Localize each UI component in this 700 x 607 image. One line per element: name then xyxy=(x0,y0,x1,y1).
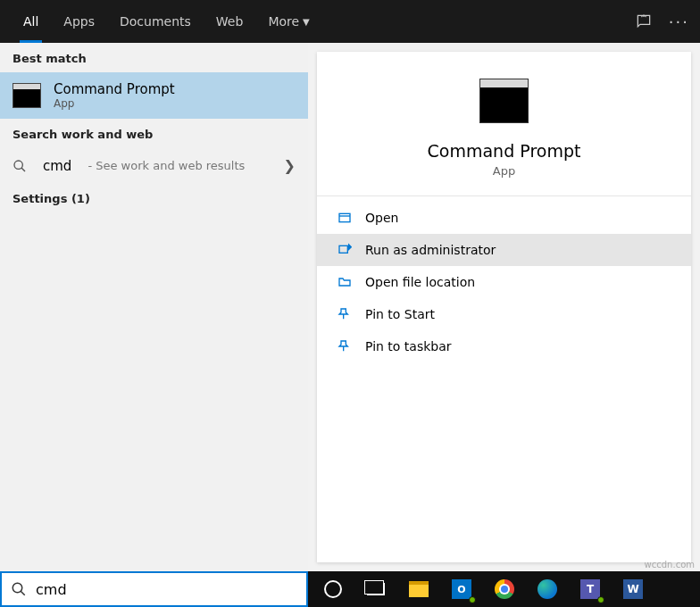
teams-icon: T xyxy=(580,579,600,599)
search-input[interactable] xyxy=(36,581,297,598)
status-badge xyxy=(469,596,476,603)
chevron-right-icon: ❯ xyxy=(284,157,296,174)
action-pintask-label: Pin to taskbar xyxy=(365,339,452,353)
section-best-match: Best match xyxy=(0,43,308,72)
preview-subtitle: App xyxy=(493,164,515,178)
file-explorer-icon xyxy=(409,581,429,597)
feedback-icon[interactable] xyxy=(635,12,653,30)
tab-web[interactable]: Web xyxy=(204,0,256,43)
svg-line-5 xyxy=(21,591,25,595)
shield-icon xyxy=(337,242,353,258)
tab-documents[interactable]: Documents xyxy=(107,0,204,43)
search-icon xyxy=(12,159,30,173)
taskbar-chrome[interactable] xyxy=(485,571,524,607)
action-open-location[interactable]: Open file location xyxy=(317,266,691,298)
result-subtitle: App xyxy=(54,97,175,110)
svg-point-4 xyxy=(12,583,22,593)
command-prompt-icon xyxy=(12,83,41,108)
action-run-as-admin[interactable]: Run as administrator xyxy=(317,234,691,266)
results-list: Best match Command Prompt App Search wor… xyxy=(0,43,308,571)
preview-app-icon xyxy=(479,79,529,123)
search-scope-tabs: All Apps Documents Web More ▼ ··· xyxy=(0,0,700,43)
svg-rect-2 xyxy=(339,213,350,221)
action-runadmin-label: Run as administrator xyxy=(365,243,496,257)
action-openloc-label: Open file location xyxy=(365,275,475,289)
web-query: cmd xyxy=(43,158,71,174)
tab-more[interactable]: More ▼ xyxy=(255,0,321,43)
preview-title: Command Prompt xyxy=(428,141,581,161)
cortana-button[interactable] xyxy=(313,571,353,607)
taskbar-word[interactable]: W xyxy=(613,571,653,607)
chevron-down-icon: ▼ xyxy=(303,17,310,27)
taskbar-explorer[interactable] xyxy=(399,571,438,607)
action-pin-start[interactable]: Pin to Start xyxy=(317,298,691,330)
status-badge xyxy=(597,596,604,603)
svg-point-0 xyxy=(14,161,22,169)
cortana-icon xyxy=(324,580,342,598)
result-command-prompt[interactable]: Command Prompt App xyxy=(0,72,308,119)
task-view-button[interactable] xyxy=(356,571,396,607)
pin-start-icon xyxy=(337,306,353,322)
search-results-panel: Best match Command Prompt App Search wor… xyxy=(0,43,700,571)
action-open[interactable]: Open xyxy=(317,202,691,234)
taskbar-teams[interactable]: T xyxy=(571,571,610,607)
action-pin-taskbar[interactable]: Pin to taskbar xyxy=(317,330,691,362)
web-search-suggestion[interactable]: cmd - See work and web results ❯ xyxy=(0,148,308,183)
taskbar-outlook[interactable]: O xyxy=(442,571,481,607)
tab-all[interactable]: All xyxy=(11,0,51,43)
web-hint: - See work and web results xyxy=(88,159,245,172)
open-icon xyxy=(337,210,353,226)
search-bar[interactable] xyxy=(0,571,308,607)
chrome-icon xyxy=(495,579,514,599)
section-settings[interactable]: Settings (1) xyxy=(0,183,308,212)
svg-line-1 xyxy=(21,168,25,171)
watermark: wccdn.com xyxy=(645,560,695,570)
tab-apps[interactable]: Apps xyxy=(51,0,107,43)
edge-icon xyxy=(538,579,557,599)
search-icon xyxy=(11,581,27,597)
taskbar-edge[interactable] xyxy=(528,571,567,607)
svg-rect-3 xyxy=(339,245,347,253)
pin-taskbar-icon xyxy=(337,338,353,354)
section-search-web: Search work and web xyxy=(0,119,308,148)
tab-more-label: More xyxy=(268,14,299,29)
outlook-icon: O xyxy=(452,579,471,599)
word-icon: W xyxy=(623,579,643,599)
folder-icon xyxy=(337,274,353,290)
result-preview: Command Prompt App Open Run as administr… xyxy=(317,52,691,562)
options-icon[interactable]: ··· xyxy=(669,12,689,31)
action-pinstart-label: Pin to Start xyxy=(365,307,435,321)
task-view-icon xyxy=(367,583,385,595)
action-open-label: Open xyxy=(365,211,398,225)
taskbar: O T W xyxy=(308,571,700,607)
result-title: Command Prompt xyxy=(54,81,175,97)
